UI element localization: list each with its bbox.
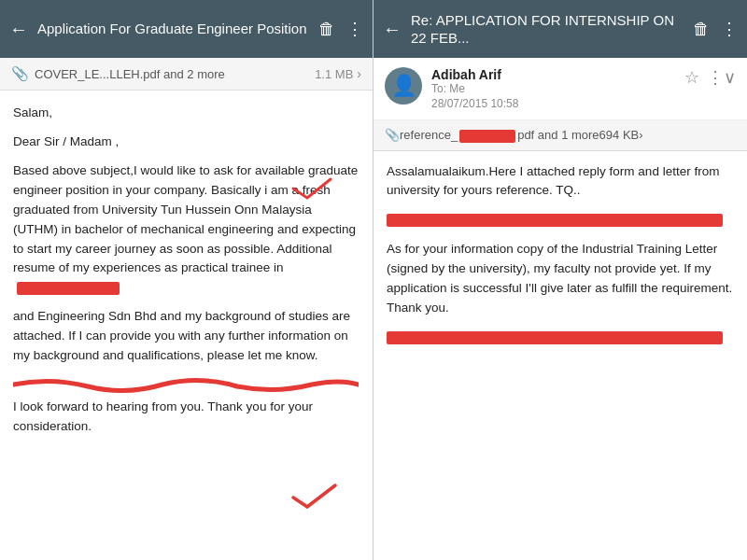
right-attachment-filename: reference_pdf and 1 more: [400, 128, 599, 143]
checkmark-bottom: [289, 481, 345, 513]
left-panel: ← Application For Graduate Engineer Posi…: [0, 0, 374, 560]
right-attachment-size: 694 KB: [599, 128, 640, 142]
right-attach-name1: reference_: [400, 128, 458, 142]
left-body-paragraph3: I look forward to hearing from you. Than…: [13, 398, 359, 437]
left-body-paragraph2: and Engineering Sdn Bhd and my backgroun…: [13, 307, 359, 366]
avatar: 👤: [385, 67, 422, 105]
left-body-paragraph1: Based above subject,I would like to ask …: [13, 161, 359, 298]
sender-name: Adibah Arif: [431, 67, 677, 82]
sender-info: Adibah Arif To: Me 28/07/2015 10:58: [431, 67, 677, 110]
right-attach-name2: pdf and 1 more: [517, 128, 599, 142]
left-attach-icon: 📎: [11, 65, 29, 82]
left-attachment-size: 1.1 MB: [315, 67, 353, 81]
avatar-icon: 👤: [391, 74, 416, 98]
sender-actions: ☆ ⋮: [684, 67, 724, 88]
left-attachment-chevron: ›: [357, 66, 361, 81]
right-more-button[interactable]: ⋮: [721, 19, 738, 39]
left-header-actions: 🗑 ⋮: [318, 19, 363, 39]
right-email-content: Assalamualaikum.Here I attached reply fo…: [374, 151, 747, 364]
right-delete-button[interactable]: 🗑: [693, 20, 710, 39]
left-more-button[interactable]: ⋮: [346, 19, 363, 39]
right-redaction-1: [387, 210, 723, 231]
right-attachment-bar[interactable]: 📎 reference_pdf and 1 more 694 KB ›: [374, 120, 747, 151]
left-attachment-filename: COVER_LE...LLEH.pdf and 2 more: [35, 67, 225, 81]
left-dear: Dear Sir / Madam ,: [13, 133, 359, 152]
left-attachment-bar[interactable]: 📎 COVER_LE...LLEH.pdf and 2 more 1.1 MB …: [0, 58, 373, 91]
right-attach-icon: 📎: [385, 128, 400, 142]
left-paragraph2-text: and Engineering Sdn Bhd and my backgroun…: [13, 309, 350, 362]
right-body: 📎 reference_pdf and 1 more 694 KB › Assa…: [374, 120, 747, 560]
sender-to: To: Me: [431, 82, 677, 95]
right-attachment-chevron: ›: [639, 128, 642, 142]
left-header: ← Application For Graduate Engineer Posi…: [0, 0, 373, 58]
right-back-button[interactable]: ←: [383, 19, 402, 40]
star-button[interactable]: ☆: [684, 67, 699, 88]
right-header-actions: 🗑 ⋮: [693, 19, 738, 39]
left-greeting: Salam,: [13, 104, 359, 123]
right-redaction-2: [387, 328, 723, 348]
left-back-button[interactable]: ←: [9, 19, 28, 40]
sender-more-button[interactable]: ⋮: [707, 67, 724, 88]
left-paragraph1-text: Based above subject,I would like to ask …: [13, 163, 358, 275]
sender-date: 28/07/2015 10:58: [431, 97, 677, 110]
left-delete-button[interactable]: 🗑: [318, 20, 335, 39]
left-redaction-1: [17, 282, 120, 295]
sender-row: 👤 Adibah Arif To: Me 28/07/2015 10:58 ☆ …: [374, 58, 747, 120]
expand-button[interactable]: ∨: [724, 67, 736, 88]
svg-rect-1: [387, 331, 723, 344]
right-panel: ← Re: APPLICATION FOR INTERNSHIP ON 22 F…: [374, 0, 747, 560]
right-paragraph2: As for your information copy of the Indu…: [387, 240, 734, 318]
left-header-title: Application For Graduate Engineer Positi…: [37, 20, 311, 38]
right-header-title: Re: APPLICATION FOR INTERNSHIP ON 22 FEB…: [411, 11, 685, 48]
right-paragraph1: Assalamualaikum.Here I attached reply fo…: [387, 162, 734, 202]
svg-rect-0: [387, 214, 723, 227]
left-email-body: Salam, Dear Sir / Madam , Based above su…: [0, 91, 373, 560]
right-attach-redaction: [459, 130, 515, 143]
left-redaction-scribble: [13, 375, 359, 394]
right-header: ← Re: APPLICATION FOR INTERNSHIP ON 22 F…: [374, 0, 747, 58]
